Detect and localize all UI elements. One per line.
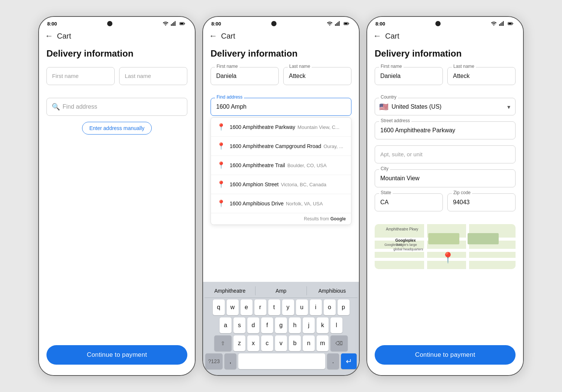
street-label-3: Street address (379, 118, 411, 123)
kbd-suggestion-2[interactable]: Amp (256, 286, 306, 295)
map-preview-3: Amphitheatre Pkwy Google B40 Googleplex … (375, 224, 516, 269)
ac-main-2: 1600 Amphitheatre Campground Rroad (230, 143, 321, 149)
screen-content-3: Delivery information First name Last nam… (367, 45, 523, 338)
last-name-input-2[interactable] (283, 67, 351, 85)
country-label-3: Country (379, 94, 398, 100)
key-backspace[interactable]: ⌫ (330, 335, 348, 351)
google-attribution: Results from Google (211, 213, 351, 224)
svg-rect-3 (175, 21, 175, 26)
key-shift[interactable]: ⇧ (214, 335, 232, 351)
autocomplete-item-2[interactable]: 📍 1600 Amphitheatre Campground RroadOura… (211, 137, 351, 156)
key-d[interactable]: d (247, 317, 259, 333)
continue-button-3[interactable]: Continue to payment (375, 345, 516, 365)
key-s[interactable]: s (233, 317, 245, 333)
key-m[interactable]: m (317, 335, 329, 351)
wifi-icon-3 (491, 21, 497, 27)
status-icons-2 (327, 21, 351, 27)
key-u[interactable]: u (296, 299, 308, 315)
svg-rect-16 (502, 22, 502, 26)
kbd-suggestion-1[interactable]: Amphitheatre (205, 286, 256, 295)
key-k[interactable]: k (317, 317, 329, 333)
key-enter[interactable]: ↵ (341, 353, 357, 369)
key-x[interactable]: x (247, 335, 259, 351)
find-address-input-1[interactable] (46, 98, 187, 116)
key-h[interactable]: h (289, 317, 301, 333)
autocomplete-item-5[interactable]: 📍 1600 Amphibious DriveNorfolk, VA, USA (211, 194, 351, 213)
nav-title-3: Cart (385, 32, 399, 40)
apt-input-3[interactable] (375, 145, 516, 163)
street-input-3[interactable] (375, 121, 516, 139)
key-l[interactable]: l (330, 317, 342, 333)
back-button-1[interactable]: ← (45, 31, 53, 41)
pin-icon-5: 📍 (217, 199, 225, 208)
pin-icon-2: 📍 (217, 142, 225, 150)
status-icons-3 (491, 21, 515, 27)
svg-rect-14 (499, 24, 500, 26)
key-row-1: q w e r t y u i o p (205, 299, 357, 315)
key-w[interactable]: w (227, 299, 239, 315)
key-g[interactable]: g (275, 317, 287, 333)
key-i[interactable]: i (310, 299, 322, 315)
kbd-suggestion-3[interactable]: Amphibious (307, 286, 357, 295)
last-name-input-3[interactable] (447, 67, 516, 85)
name-row-3: First name Last name (375, 67, 516, 91)
key-z[interactable]: z (233, 335, 245, 351)
first-name-field-2: First name (211, 67, 279, 85)
key-f[interactable]: f (261, 317, 273, 333)
key-r[interactable]: r (254, 299, 266, 315)
last-name-input-1[interactable] (119, 67, 187, 85)
key-row-2: a s d f g h j k l (205, 317, 357, 333)
city-input-3[interactable] (375, 169, 516, 187)
autocomplete-item-4[interactable]: 📍 1600 Amphion StreetVictoria, BC, Canad… (211, 175, 351, 194)
key-123[interactable]: ?123 (205, 353, 223, 369)
key-e[interactable]: e (241, 299, 253, 315)
find-address-input-2[interactable] (211, 98, 351, 116)
key-y[interactable]: y (282, 299, 294, 315)
nav-bar-1: ← Cart (39, 29, 195, 45)
last-name-field-3: Last name (447, 67, 516, 85)
signal-icon-1 (170, 21, 176, 27)
find-address-label-2: Find address (215, 94, 244, 100)
find-address-field-2: Find address (211, 98, 351, 116)
key-period[interactable]: . (327, 353, 339, 369)
notch-2 (271, 21, 277, 26)
autocomplete-item-3[interactable]: 📍 1600 Amphitheatre TrailBoulder, CO, US… (211, 156, 351, 175)
footer-3: Continue to payment (367, 338, 523, 375)
zip-label-3: Zip code (452, 190, 472, 195)
ac-main-1: 1600 Amphitheatre Parkway (230, 124, 295, 130)
notch-3 (435, 21, 441, 26)
first-name-input-2[interactable] (211, 67, 279, 85)
key-o[interactable]: o (324, 299, 336, 315)
key-row-4: ?123 , . ↵ (205, 353, 357, 369)
key-q[interactable]: q (213, 299, 225, 315)
first-name-input-3[interactable] (375, 67, 443, 85)
back-button-2[interactable]: ← (209, 31, 217, 41)
key-v[interactable]: v (275, 335, 287, 351)
country-field-3: Country 🇺🇸 United States (US) Canada Uni… (375, 98, 516, 115)
ac-sub-1: Mountain View, C... (297, 124, 339, 130)
key-a[interactable]: a (220, 317, 232, 333)
svg-rect-8 (336, 23, 337, 26)
country-select-3[interactable]: United States (US) Canada United Kingdom (375, 98, 516, 115)
key-b[interactable]: b (289, 335, 301, 351)
key-n[interactable]: n (303, 335, 315, 351)
state-input-3[interactable] (375, 193, 443, 211)
svg-rect-5 (180, 23, 184, 24)
search-icon-1: 🔍 (52, 103, 60, 111)
notch-1 (107, 21, 112, 26)
enter-manually-button-1[interactable]: Enter address manually (82, 122, 151, 135)
nav-bar-3: ← Cart (367, 29, 523, 45)
zip-input-3[interactable] (447, 193, 516, 211)
map-road-label: Amphitheatre Pkwy (386, 227, 418, 231)
continue-button-1[interactable]: Continue to payment (46, 345, 187, 365)
autocomplete-item-1[interactable]: 📍 1600 Amphitheatre ParkwayMountain View… (211, 118, 351, 137)
key-p[interactable]: p (338, 299, 350, 315)
ac-main-3: 1600 Amphitheatre Trail (230, 162, 285, 168)
first-name-input-1[interactable] (46, 67, 115, 85)
back-button-3[interactable]: ← (373, 31, 381, 41)
key-c[interactable]: c (261, 335, 273, 351)
key-space[interactable] (238, 353, 325, 369)
key-t[interactable]: t (268, 299, 280, 315)
key-comma[interactable]: , (224, 353, 236, 369)
key-j[interactable]: j (303, 317, 315, 333)
